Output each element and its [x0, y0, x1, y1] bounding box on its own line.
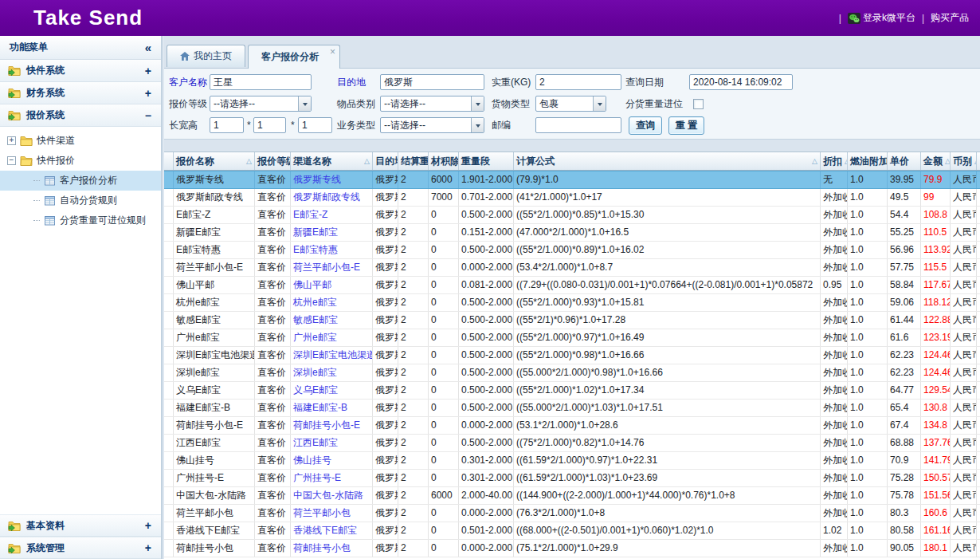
- table-row[interactable]: 佛山平邮直客价佛山平邮俄罗斯200.081-2.000((7.29+((0.08…: [164, 277, 980, 294]
- column-header-seg[interactable]: 重量段: [459, 152, 514, 170]
- tab-home[interactable]: 我的主页: [167, 45, 245, 67]
- channel-link[interactable]: 广州e邮宝: [293, 332, 337, 343]
- table-row[interactable]: 荷兰平邮小包直客价荷兰平邮小包俄罗斯200.000-2.000(76.3*2/1…: [164, 505, 980, 522]
- dropdown-arrow-icon[interactable]: [298, 96, 311, 111]
- sidebar-section-top-0[interactable]: 快件系统+: [0, 60, 161, 82]
- channel-link[interactable]: 俄罗斯邮政专线: [293, 191, 360, 203]
- sort-arrow-icon[interactable]: △: [246, 157, 252, 165]
- cargo-type-select[interactable]: 包裹: [535, 96, 606, 112]
- channel-link[interactable]: 深圳e邮宝: [293, 367, 337, 378]
- dropdown-arrow-icon[interactable]: [593, 96, 606, 111]
- destination-input[interactable]: 俄罗斯: [380, 74, 484, 90]
- channel-link[interactable]: 义乌E邮宝: [293, 384, 338, 396]
- channel-link[interactable]: E邮宝特惠: [293, 244, 338, 255]
- customer-name-input[interactable]: 王星: [210, 74, 312, 90]
- sidebar-collapse-icon[interactable]: «: [145, 41, 151, 53]
- channel-link[interactable]: 敏感E邮宝: [293, 314, 338, 325]
- table-row[interactable]: 广州挂号-E直客价广州挂号-E俄罗斯200.301-2.000((61.59*2…: [164, 470, 980, 487]
- table-row[interactable]: 深圳E邮宝电池渠道直客价深圳E邮宝电池渠道俄罗斯200.500-2.000((5…: [164, 347, 980, 364]
- table-row[interactable]: 福建E邮宝-B直客价福建E邮宝-B俄罗斯200.500-2.000((55.00…: [164, 400, 980, 417]
- column-header-channel[interactable]: 渠道名称△: [291, 152, 373, 170]
- query-date-input[interactable]: 2020-08-14 16:09:02: [689, 74, 793, 90]
- column-header-dest[interactable]: 目的地: [373, 152, 398, 170]
- table-row[interactable]: 江西E邮宝直客价江西E邮宝俄罗斯200.500-2.000((75*2/1.00…: [164, 435, 980, 452]
- column-header-level[interactable]: 报价等级: [255, 152, 291, 170]
- table-row[interactable]: E邮宝-Z直客价E邮宝-Z俄罗斯200.500-2.000((55*2/1.00…: [164, 207, 980, 224]
- section-toggle-icon[interactable]: −: [145, 109, 151, 122]
- channel-link[interactable]: 新疆E邮宝: [293, 226, 338, 238]
- table-row[interactable]: 敏感E邮宝直客价敏感E邮宝俄罗斯200.500-2.000((55*2/1)*0…: [164, 312, 980, 329]
- column-header-formula[interactable]: 计算公式△: [514, 152, 821, 170]
- sidebar-leaf-0[interactable]: 客户报价分析: [0, 171, 161, 191]
- table-row[interactable]: 俄罗斯邮政专线直客价俄罗斯邮政专线俄罗斯270000.701-2.000(41*…: [164, 189, 980, 207]
- section-toggle-icon[interactable]: +: [145, 541, 151, 554]
- channel-link[interactable]: 广州挂号-E: [293, 472, 341, 483]
- actual-weight-input[interactable]: 2: [535, 74, 621, 90]
- table-row[interactable]: 荷邮挂号小包-E直客价荷邮挂号小包-E俄罗斯200.000-2.000(53.1…: [164, 417, 980, 435]
- sidebar-leaf-2[interactable]: 分货重量可进位规则: [0, 211, 161, 230]
- length-input[interactable]: 1: [210, 117, 244, 133]
- column-header-weight[interactable]: 结算重量: [398, 152, 429, 170]
- column-header-discount[interactable]: 折扣△: [821, 152, 848, 170]
- table-row[interactable]: 荷邮挂号小包直客价荷邮挂号小包俄罗斯200.000-2.000(75.1*2/1…: [164, 540, 980, 557]
- item-type-select[interactable]: --请选择--: [380, 96, 484, 112]
- column-header-amount[interactable]: 金额△: [921, 152, 951, 170]
- quote-level-select[interactable]: --请选择--: [210, 96, 312, 112]
- table-row[interactable]: 俄罗斯专线直客价俄罗斯专线俄罗斯260001.901-2.000(79.9)*1…: [164, 171, 980, 189]
- channel-link[interactable]: 俄罗斯专线: [293, 174, 341, 185]
- buy-products-link[interactable]: 购买产品: [931, 11, 969, 25]
- section-toggle-icon[interactable]: +: [145, 65, 151, 77]
- dropdown-arrow-icon[interactable]: [471, 96, 484, 111]
- tab-close-icon[interactable]: ×: [330, 46, 335, 57]
- expand-minus-icon[interactable]: −: [7, 156, 16, 165]
- channel-link[interactable]: 江西E邮宝: [293, 437, 338, 448]
- search-button[interactable]: 查询: [629, 116, 662, 135]
- table-row[interactable]: 香港线下E邮宝直客价香港线下E邮宝俄罗斯200.501-2.000((68.00…: [164, 522, 980, 540]
- biz-type-select[interactable]: --请选择--: [380, 117, 484, 133]
- postcode-input[interactable]: [535, 117, 621, 133]
- channel-link[interactable]: 深圳E邮宝电池渠道: [293, 349, 373, 360]
- sort-arrow-icon[interactable]: △: [945, 157, 951, 165]
- channel-link[interactable]: 佛山挂号: [293, 455, 331, 466]
- table-row[interactable]: 新疆E邮宝直客价新疆E邮宝俄罗斯200.151-2.000(47.000*2/1…: [164, 224, 980, 242]
- width-input[interactable]: 1: [253, 117, 286, 133]
- channel-link[interactable]: 荷兰平邮小包: [293, 507, 351, 518]
- reset-button[interactable]: 重 置: [668, 116, 704, 135]
- table-row[interactable]: 荷兰平邮小包-E直客价荷兰平邮小包-E俄罗斯200.000-2.000(53.4…: [164, 259, 980, 277]
- channel-link[interactable]: 中国大包-水陆路: [293, 490, 363, 501]
- sidebar-section-bottom-0[interactable]: 基本资料+: [0, 514, 161, 537]
- sidebar-section-top-2[interactable]: 报价系统−: [0, 104, 161, 127]
- expand-plus-icon[interactable]: +: [7, 136, 16, 145]
- section-toggle-icon[interactable]: +: [145, 519, 151, 532]
- dropdown-arrow-icon[interactable]: [471, 118, 484, 132]
- channel-link[interactable]: 香港线下E邮宝: [293, 525, 357, 536]
- table-row[interactable]: 中国大包-水陆路直客价中国大包-水陆路俄罗斯260002.000-40.00((…: [164, 487, 980, 505]
- table-row[interactable]: 佛山挂号直客价佛山挂号俄罗斯200.301-2.000((61.59*2/1.0…: [164, 452, 980, 470]
- table-row[interactable]: 广州e邮宝直客价广州e邮宝俄罗斯200.500-2.000((55*2/1.00…: [164, 329, 980, 347]
- column-header-price[interactable]: 单价: [888, 152, 921, 170]
- channel-link[interactable]: 荷邮挂号小包: [293, 542, 351, 553]
- channel-link[interactable]: E邮宝-Z: [293, 209, 327, 220]
- column-header-fuel[interactable]: 燃油附加△: [848, 152, 888, 170]
- channel-link[interactable]: 福建E邮宝-B: [293, 402, 347, 413]
- channel-link[interactable]: 荷兰平邮小包-E: [293, 262, 360, 273]
- carry-weight-checkbox[interactable]: [693, 99, 704, 109]
- sidebar-leaf-1[interactable]: 自动分货规则: [0, 191, 161, 211]
- table-row[interactable]: 杭州e邮宝直客价杭州e邮宝俄罗斯200.500-2.000((55*2/1.00…: [164, 294, 980, 312]
- channel-link[interactable]: 杭州e邮宝: [293, 297, 337, 308]
- sort-arrow-icon[interactable]: △: [364, 157, 370, 165]
- sort-arrow-icon[interactable]: △: [812, 157, 817, 165]
- sidebar-item-kuaijian-baojia[interactable]: − 快件报价: [0, 151, 161, 171]
- sidebar-section-top-1[interactable]: 财务系统+: [0, 82, 161, 104]
- login-link[interactable]: 登录k微平台: [848, 11, 915, 25]
- column-header-currency[interactable]: 币别△: [951, 152, 977, 170]
- sidebar-item-kuaijian-qudao[interactable]: + 快件渠道: [0, 131, 161, 151]
- table-row[interactable]: 深圳e邮宝直客价深圳e邮宝俄罗斯200.500-2.000((55.000*2/…: [164, 364, 980, 382]
- column-header-name[interactable]: 报价名称△: [174, 152, 255, 170]
- column-header-volw[interactable]: 材积除: [429, 152, 459, 170]
- channel-link[interactable]: 荷邮挂号小包-E: [293, 419, 360, 431]
- table-row[interactable]: 义乌E邮宝直客价义乌E邮宝俄罗斯200.500-2.000((55*2/1.00…: [164, 382, 980, 400]
- section-toggle-icon[interactable]: +: [145, 87, 151, 100]
- tab-customer-quote-analysis[interactable]: 客户报价分析 ×: [248, 45, 340, 69]
- channel-link[interactable]: 佛山平邮: [293, 279, 331, 290]
